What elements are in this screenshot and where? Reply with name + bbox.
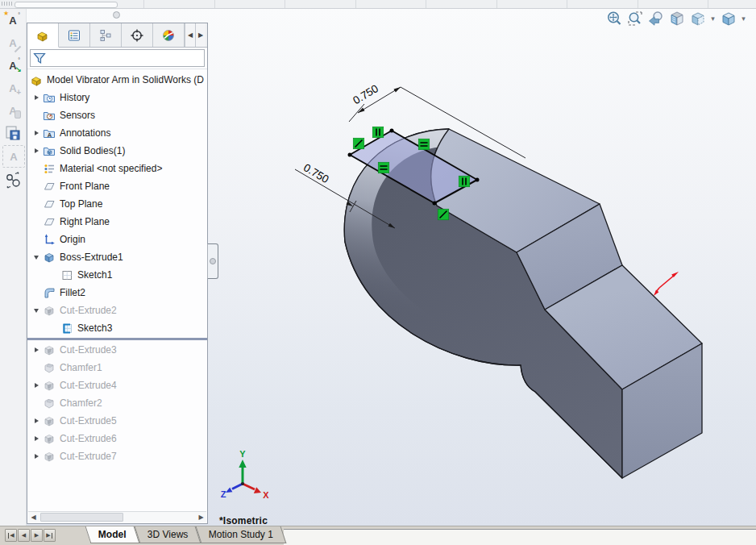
tree-item-sketch1[interactable]: Sketch1 bbox=[27, 266, 207, 284]
triad-z-label: Z bbox=[221, 489, 226, 499]
tab-scroll-right[interactable]: ▶ bbox=[195, 23, 206, 47]
display-style-dropdown-caret[interactable]: ▾ bbox=[740, 15, 747, 23]
boss-extrude-icon bbox=[42, 251, 56, 264]
tree-item-sketch3[interactable]: Sketch3 bbox=[27, 319, 207, 337]
tree-item-chamfer1[interactable]: Chamfer1 bbox=[27, 359, 207, 377]
sensors-folder-icon bbox=[42, 109, 56, 122]
tree-item-solid-bodies[interactable]: Solid Bodies(1) bbox=[27, 142, 207, 160]
panel-splitter-handle[interactable] bbox=[207, 243, 218, 279]
annotation-insert-icon[interactable]: A°↘ bbox=[2, 55, 23, 76]
design-table-save-icon[interactable] bbox=[2, 123, 23, 144]
tree-item-cut-extrude6[interactable]: Cut-Extrude6 bbox=[27, 430, 207, 447]
triad-y-label: Y bbox=[239, 449, 246, 459]
tree-item-cut-extrude5[interactable]: Cut-Extrude5 bbox=[27, 412, 207, 430]
plane-icon bbox=[42, 198, 56, 210]
featuremanager-tab-bar: ◀ ▶ bbox=[27, 23, 207, 48]
headsup-view-toolbar: ▾ ▾ bbox=[604, 10, 747, 27]
tree-item-cut-extrude2[interactable]: Cut-Extrude2 bbox=[27, 302, 207, 319]
tree-root-label: Model Vibrator Arm in SolidWorks (D bbox=[47, 74, 204, 85]
tree-item-right-plane[interactable]: Right Plane bbox=[27, 213, 207, 231]
tab-navigation-buttons: ◀ ◀ ▶ ▶ bbox=[5, 529, 56, 542]
toolbar-scrollbar[interactable] bbox=[15, 2, 118, 8]
cut-extrude-icon bbox=[42, 343, 56, 356]
chamfer-icon bbox=[42, 361, 56, 374]
tree-item-sensors[interactable]: Sensors bbox=[27, 106, 207, 124]
reference-triad: Y X Z bbox=[221, 449, 270, 500]
tree-item-boss-extrude1[interactable]: Boss-Extrude1 bbox=[27, 248, 207, 266]
annotations-folder-icon bbox=[42, 127, 56, 139]
tree-item-fillet2[interactable]: Fillet2 bbox=[27, 284, 207, 302]
next-tab-button[interactable]: ▶ bbox=[31, 529, 43, 542]
tab-displaymanager[interactable] bbox=[153, 23, 185, 47]
tab-3d-views[interactable]: 3D Views bbox=[134, 526, 201, 543]
scroll-left-icon[interactable]: ◀ bbox=[28, 512, 39, 522]
origin-icon bbox=[42, 233, 56, 246]
part-icon bbox=[29, 73, 44, 87]
view-orientation-dropdown-caret[interactable]: ▾ bbox=[709, 15, 717, 23]
section-view-icon[interactable] bbox=[667, 10, 686, 27]
tab-configurationmanager[interactable] bbox=[90, 23, 122, 47]
first-tab-button[interactable]: ◀ bbox=[5, 529, 17, 542]
tree-item-history[interactable]: History bbox=[27, 89, 207, 106]
cut-extrude-icon bbox=[42, 379, 56, 392]
feature-tree: Model Vibrator Arm in SolidWorks (D Hist… bbox=[27, 69, 207, 465]
tree-item-top-plane[interactable]: Top Plane bbox=[27, 195, 207, 213]
tab-scroll-left[interactable]: ◀ bbox=[185, 23, 195, 47]
sketch-active-icon bbox=[60, 322, 74, 335]
tree-item-origin[interactable]: Origin bbox=[27, 231, 207, 248]
annotation-hidden-icon[interactable]: A bbox=[2, 145, 25, 168]
tree-item-cut-extrude7[interactable]: Cut-Extrude7 bbox=[27, 447, 207, 465]
chamfer-icon bbox=[42, 397, 56, 410]
featuremanager-panel: ◀ ▶ Model Vibrator Arm in SolidWorks (D … bbox=[27, 23, 208, 524]
dimension-value: 0.750 bbox=[351, 82, 380, 106]
zoom-to-area-icon[interactable] bbox=[625, 10, 644, 27]
cut-extrude-icon bbox=[42, 304, 56, 317]
commandmanager-bottom-strip bbox=[0, 0, 756, 9]
scrollbar-thumb[interactable] bbox=[40, 513, 123, 522]
side-annotation-toolbar: A°★ A A°↘ A+ A A bbox=[0, 8, 27, 526]
tree-root-item[interactable]: Model Vibrator Arm in SolidWorks (D bbox=[27, 71, 207, 89]
tab-bar-filler bbox=[284, 529, 756, 545]
zoom-to-fit-icon[interactable] bbox=[604, 10, 623, 27]
tree-filter-input[interactable] bbox=[48, 52, 204, 64]
tree-item-annotations[interactable]: Annotations bbox=[27, 124, 207, 142]
tree-item-chamfer2[interactable]: Chamfer2 bbox=[27, 394, 207, 412]
rollback-bar[interactable] bbox=[27, 338, 207, 340]
tab-motion-study-1[interactable]: Motion Study 1 bbox=[196, 526, 287, 543]
tree-horizontal-scrollbar[interactable]: ◀ ▶ bbox=[28, 511, 206, 522]
toolbar-grip[interactable] bbox=[2, 2, 13, 6]
triad-x-label: X bbox=[263, 490, 269, 500]
tab-model[interactable]: Model bbox=[85, 526, 139, 543]
last-tab-button[interactable]: ▶ bbox=[44, 529, 56, 542]
cut-extrude-icon bbox=[42, 414, 56, 427]
previous-tab-button[interactable]: ◀ bbox=[18, 529, 30, 542]
tree-item-cut-extrude4[interactable]: Cut-Extrude4 bbox=[27, 377, 207, 394]
annotation-edit-icon[interactable]: A bbox=[2, 32, 23, 53]
cut-extrude-icon bbox=[42, 450, 56, 463]
direction-arrows-red[interactable] bbox=[654, 272, 679, 296]
sketch-icon bbox=[60, 268, 74, 281]
annotation-stack-icon[interactable]: A bbox=[2, 100, 23, 121]
plane-icon bbox=[42, 215, 56, 228]
tree-item-front-plane[interactable]: Front Plane bbox=[27, 177, 207, 195]
fillet-icon bbox=[42, 286, 56, 299]
tree-item-cut-extrude3[interactable]: Cut-Extrude3 bbox=[27, 341, 207, 359]
plane-icon bbox=[42, 180, 56, 193]
motion-study-tab-bar: ◀ ◀ ▶ ▶ Model 3D Views Motion Study 1 bbox=[0, 526, 756, 545]
view-orientation-icon[interactable] bbox=[688, 10, 707, 27]
cut-extrude-icon bbox=[42, 432, 56, 445]
filter-funnel-icon bbox=[32, 51, 47, 65]
display-style-icon[interactable] bbox=[719, 10, 737, 27]
tab-dimxpertmanager[interactable] bbox=[122, 23, 153, 47]
tab-featuremanager-design-tree[interactable] bbox=[27, 23, 59, 48]
previous-view-icon[interactable] bbox=[646, 10, 665, 27]
belt-chain-icon[interactable] bbox=[2, 169, 23, 190]
tab-propertymanager[interactable] bbox=[59, 23, 90, 47]
panel-splitter-dot-top[interactable] bbox=[113, 11, 120, 19]
scroll-right-icon[interactable]: ▶ bbox=[196, 512, 206, 522]
tree-item-material[interactable]: Material <not specified> bbox=[27, 160, 207, 177]
annotation-new-icon[interactable]: A°★ bbox=[2, 10, 23, 31]
annotation-add-icon[interactable]: A+ bbox=[2, 77, 23, 98]
tree-filter-row bbox=[27, 48, 207, 69]
material-icon bbox=[42, 162, 56, 175]
